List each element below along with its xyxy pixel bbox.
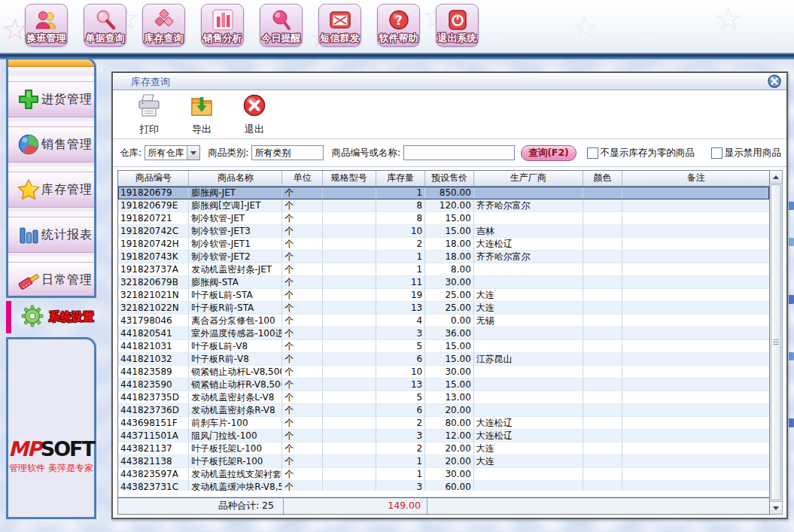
bulb-icon: [269, 8, 294, 33]
cell: 发动机盖拉线支架衬套-: [189, 468, 282, 481]
topbar-button-label: 今日提醒: [262, 33, 301, 44]
cell: [474, 327, 583, 340]
vertical-scrollbar[interactable]: [770, 170, 783, 515]
cell: 191820742C: [118, 225, 189, 238]
cell: [622, 212, 769, 225]
sidebar-item-daily-management[interactable]: 日常管理: [8, 262, 94, 298]
topbar-button-label: 库存查询: [145, 33, 184, 44]
topbar-button-document-query[interactable]: 单据查询: [84, 4, 126, 47]
table-row[interactable]: 443821138叶子板托架R-100个120.00大连: [118, 455, 769, 468]
table-row[interactable]: 321821021N叶子板L前-STA个1925.00大连: [118, 289, 769, 302]
cell: 10: [376, 366, 426, 378]
table-row[interactable]: 443821137叶子板托架L-100个220.00大连: [118, 442, 769, 455]
cell: 个: [282, 251, 323, 263]
table-row[interactable]: 441823735D发动机盖密封条L-V8个513.00: [118, 391, 769, 404]
chevron-down-icon[interactable]: [187, 146, 199, 160]
scrollbar-thumb[interactable]: [771, 184, 781, 500]
table-row[interactable]: 191820679膨胀阀-JET个1850.00: [118, 187, 769, 199]
table-row[interactable]: 431798046离合器分泵修包-100个40.00无锡: [118, 315, 769, 327]
triangle-down-icon: [773, 506, 779, 510]
table-zone: 商品编号商品名称单位规格型号库存量预设售价生产厂商颜色备注 191820679膨…: [117, 170, 786, 515]
topbar-button-software-help[interactable]: ? 软件帮助: [377, 4, 420, 47]
table-row[interactable]: 443823597A发动机盖拉线支架衬套-个130.00: [118, 468, 769, 481]
topbar-button-inventory-query[interactable]: 库存查询: [142, 4, 185, 47]
column-header[interactable]: 单位: [282, 171, 323, 186]
column-header[interactable]: 预设售价: [425, 171, 474, 186]
table-row[interactable]: 191820742C制冷软管-JET3个1015.00吉林: [118, 225, 769, 238]
table-row[interactable]: 191820679E膨胀阀[空调]-JET个8120.00齐齐哈尔富尔: [118, 199, 769, 212]
show-disabled-checkbox[interactable]: 显示禁用商品: [711, 147, 781, 160]
sidebar-item-statistics-reports[interactable]: 统计报表: [8, 217, 94, 253]
table-row[interactable]: 321820679B膨胀阀-STA个1130.00: [118, 276, 769, 289]
topbar-button-shift-management[interactable]: 换班管理: [25, 4, 68, 47]
cell: [622, 391, 769, 404]
column-header[interactable]: 生产厂商: [474, 171, 583, 186]
cell: [323, 340, 376, 353]
checkbox-icon[interactable]: [587, 147, 598, 159]
table-row[interactable]: 443711501A阻风门拉线-100个312.00大连松辽: [118, 430, 769, 442]
window-titlebar[interactable]: 库存查询: [113, 73, 786, 90]
table-row[interactable]: 191820742H制冷软管-JET1个218.00大连松辽: [118, 238, 769, 251]
window-toolbar: 打印 导出 退出: [113, 90, 786, 139]
sidebar-item-sales-management[interactable]: 销售管理: [8, 126, 94, 163]
desktop-icon-fragment: [789, 238, 794, 246]
export-button[interactable]: 导出: [181, 93, 223, 136]
cell: [474, 468, 583, 481]
checkbox-icon[interactable]: [711, 147, 723, 159]
table-row[interactable]: 443823731C发动机盖缓冲块R-V8,50个360.00: [118, 481, 769, 491]
cell: [323, 353, 376, 366]
desktop-icon-fragment: [789, 295, 794, 304]
table-row[interactable]: 443698151F前刹车片-100个280.00大连松辽: [118, 417, 769, 430]
hide-zero-stock-label: 不显示库存为零的商品: [601, 147, 695, 160]
cell: 13: [376, 302, 426, 315]
column-header[interactable]: 颜色: [583, 171, 623, 186]
scroll-down-button[interactable]: [770, 501, 782, 514]
search-input[interactable]: [403, 145, 515, 160]
sidebar-item-purchase-management[interactable]: 进货管理: [8, 81, 94, 117]
cell: 18.00: [425, 251, 474, 263]
scroll-up-button[interactable]: [770, 171, 782, 184]
topbar-button-sales-analysis[interactable]: 销售分析: [201, 4, 244, 47]
column-header[interactable]: 规格型号: [323, 171, 376, 186]
cell: 441823589: [118, 366, 189, 378]
table-row[interactable]: 441821032叶子板R前-V8个615.00江苏昆山: [118, 353, 769, 366]
cell: 13: [376, 378, 426, 391]
topbar-button-sms-broadcast[interactable]: 短信群发: [318, 4, 361, 47]
column-header[interactable]: 商品名称: [189, 171, 282, 186]
cell: 叶子板托架L-100: [189, 442, 282, 455]
table-row[interactable]: 191820743K制冷软管-JET2个118.00齐齐哈尔富尔: [118, 251, 769, 263]
exit-button[interactable]: 退出: [233, 93, 275, 136]
hide-zero-stock-checkbox[interactable]: 不显示库存为零的商品: [587, 147, 695, 160]
table-row[interactable]: 441823736D发动机盖密封条R-V8个620.00: [118, 404, 769, 417]
column-header[interactable]: 库存量: [376, 171, 426, 186]
cell: [622, 366, 769, 378]
sidebar-item-inventory-management[interactable]: 库存管理: [8, 172, 94, 208]
table-row[interactable]: 191823737A发动机盖密封条-JET个18.00: [118, 263, 769, 276]
cell: [583, 442, 623, 455]
warehouse-select[interactable]: 所有仓库: [145, 145, 200, 160]
magenta-indicator: [6, 301, 11, 333]
category-input[interactable]: [251, 145, 324, 160]
cell: [622, 353, 769, 366]
table-row[interactable]: 441821031叶子板L前-V8个515.00: [118, 340, 769, 353]
cell: 443821138: [118, 455, 189, 468]
sidebar-item-system-settings[interactable]: 系统设置: [6, 301, 96, 333]
query-button[interactable]: 查询(F2): [521, 145, 576, 161]
close-icon[interactable]: [768, 74, 781, 88]
table-row[interactable]: 441823589锁紧销止动杆L-V8,5000个1030.00: [118, 366, 769, 378]
column-header[interactable]: 备注: [622, 171, 769, 186]
cell: 1: [376, 187, 426, 199]
topbar-button-today-reminder[interactable]: 今日提醒: [260, 4, 303, 47]
print-button[interactable]: 打印: [128, 93, 170, 136]
table-row[interactable]: 321821022N叶子板R前-STA个1325.00大连: [118, 302, 769, 315]
cell: [622, 289, 769, 302]
cell: [323, 315, 376, 327]
topbar-button-exit-system[interactable]: 退出系统: [436, 4, 479, 47]
envelope-icon: [328, 8, 352, 33]
table-row[interactable]: 441820541室外温度传感器-100进口个336.00: [118, 327, 769, 340]
table-row[interactable]: 441823590锁紧销止动杆R-V8,5000个1315.00: [118, 378, 769, 391]
cell: [474, 404, 583, 417]
column-header[interactable]: 商品编号: [118, 171, 189, 186]
table-row[interactable]: 191820721制冷软管-JET个815.00: [118, 212, 769, 225]
cell: 个: [282, 263, 323, 276]
